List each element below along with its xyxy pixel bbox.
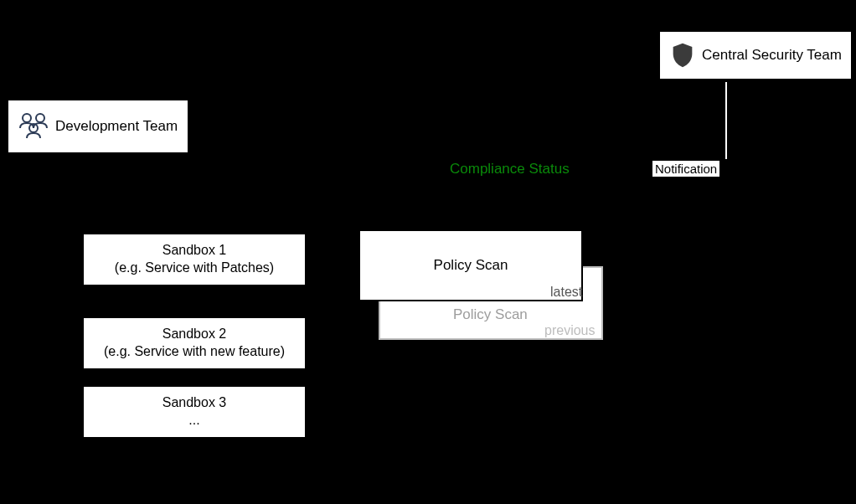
sandbox-2-box: Sandbox 2 (e.g. Service with new feature… — [82, 316, 307, 370]
sandbox-2-subtitle: (e.g. Service with new feature) — [104, 343, 285, 361]
security-team-box: Central Security Team — [658, 30, 853, 80]
development-team-label: Development Team — [55, 118, 178, 135]
sandbox-3-box: Sandbox 3 ... — [82, 385, 307, 439]
svg-point-1 — [36, 114, 44, 122]
application-profile-title: Application Profile — [260, 124, 415, 144]
sandbox-1-box: Sandbox 1 (e.g. Service with Patches) — [82, 233, 307, 286]
policy-scan-latest-tag: latest — [550, 285, 582, 300]
compliance-status: Compliance Status — [450, 161, 570, 177]
policy-scan-latest-box: Policy Scan — [358, 229, 583, 301]
policy-scan-latest-label: Policy Scan — [434, 256, 508, 275]
security-team-label: Central Security Team — [702, 47, 842, 64]
policy-scan-previous-label: Policy Scan — [453, 306, 528, 323]
notification-text: Notification — [655, 162, 717, 176]
sandbox-2-title: Sandbox 2 — [162, 326, 227, 343]
sandbox-3-title: Sandbox 3 — [162, 394, 227, 412]
policy-scan-previous-tag: previous — [544, 323, 595, 338]
development-team-box: Development Team — [7, 99, 189, 154]
notification-label: Notification — [652, 161, 719, 177]
sandbox-3-subtitle: ... — [188, 412, 199, 429]
shield-icon — [668, 40, 697, 70]
sandbox-1-title: Sandbox 1 — [162, 242, 227, 260]
people-icon — [15, 110, 52, 143]
svg-point-0 — [23, 114, 31, 122]
sandbox-1-subtitle: (e.g. Service with Patches) — [115, 260, 274, 277]
